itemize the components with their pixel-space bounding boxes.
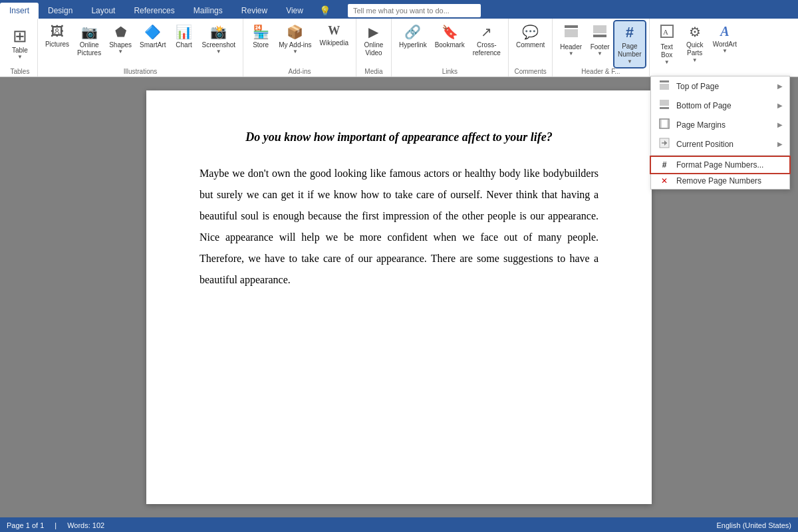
table-dropdown-arrow: ▼: [17, 54, 23, 60]
document-body[interactable]: Maybe we don't own the good looking like…: [200, 163, 598, 291]
smartart-icon: 🔷: [144, 24, 161, 40]
menu-divider: [651, 155, 789, 156]
quick-parts-icon: ⚙: [689, 24, 701, 40]
page-margins-label: Page Margins: [676, 120, 772, 130]
svg-rect-0: [565, 25, 578, 28]
menu-item-top-of-page[interactable]: Top of Page ▶: [651, 76, 789, 96]
page-number-button[interactable]: # PageNumber ▼: [614, 21, 645, 67]
wordart-icon: A: [720, 24, 729, 39]
store-button[interactable]: 🏪 Store: [247, 21, 274, 51]
document-title: Do you know how important of appearance …: [200, 130, 598, 144]
current-position-icon: [658, 138, 671, 150]
online-video-button[interactable]: ▶ OnlineVideo: [360, 21, 387, 60]
comment-icon: 💬: [522, 24, 539, 40]
online-pictures-icon: 📷: [81, 24, 98, 40]
my-addins-button[interactable]: 📦 My Add-ins ▼: [275, 21, 315, 57]
bookmark-icon: 🔖: [442, 24, 458, 40]
cross-reference-icon: ↗: [481, 24, 492, 40]
shapes-dropdown: ▼: [118, 49, 123, 55]
hyperlink-button[interactable]: 🔗 Hyperlink: [396, 21, 430, 51]
svg-rect-3: [593, 35, 606, 37]
table-icon: ⊞: [13, 26, 27, 47]
pictures-button[interactable]: 🖼 Pictures: [42, 21, 72, 51]
ribbon-group-tables: ⊞ Table ▼ Tables: [3, 19, 38, 76]
ribbon: ⊞ Table ▼ Tables 🖼 Pictures 📷 OnlinePict…: [0, 19, 798, 77]
ribbon-group-links: 🔗 Hyperlink 🔖 Bookmark ↗ Cross-reference…: [392, 19, 509, 76]
tab-layout[interactable]: Layout: [82, 3, 124, 19]
my-addins-dropdown: ▼: [293, 49, 298, 55]
document-page: Do you know how important of appearance …: [146, 90, 652, 504]
top-of-page-label: Top of Page: [676, 82, 772, 91]
tab-design[interactable]: Design: [39, 3, 82, 19]
page-number-dropdown-menu: Top of Page ▶ Bottom of Page ▶ Page Marg…: [650, 76, 790, 190]
ribbon-group-media: ▶ OnlineVideo Media: [356, 19, 392, 76]
bookmark-button[interactable]: 🔖 Bookmark: [432, 21, 468, 51]
addins-group-label: Add-ins: [289, 68, 311, 76]
page-number-icon: #: [626, 24, 634, 41]
screenshot-icon: 📸: [210, 24, 227, 40]
svg-rect-2: [593, 25, 606, 33]
svg-rect-7: [660, 84, 669, 90]
menu-item-format-page-numbers[interactable]: # Format Page Numbers...: [651, 157, 789, 173]
chart-button[interactable]: 📊 Chart: [171, 21, 198, 51]
ribbon-tab-bar: Insert Design Layout References Mailings…: [0, 0, 798, 19]
menu-item-bottom-of-page[interactable]: Bottom of Page ▶: [651, 96, 789, 115]
ribbon-group-illustrations: 🖼 Pictures 📷 OnlinePictures ⬟ Shapes ▼ 🔷…: [38, 19, 243, 76]
chart-icon: 📊: [176, 24, 192, 40]
tab-insert[interactable]: Insert: [0, 3, 39, 19]
ribbon-group-header-footer: Header ▼ Footer ▼ # PageNumber ▼ Header …: [553, 19, 649, 76]
wordart-button[interactable]: A WordArt ▼: [710, 21, 741, 57]
svg-rect-6: [660, 80, 669, 82]
menu-item-remove-page-numbers[interactable]: ✕ Remove Page Numbers: [651, 173, 789, 189]
media-group-label: Media: [364, 68, 382, 76]
comment-button[interactable]: 💬 Comment: [513, 21, 548, 51]
hyperlink-icon: 🔗: [404, 24, 421, 40]
ribbon-group-comments: 💬 Comment Comments: [509, 19, 553, 76]
current-position-label: Current Position: [676, 140, 772, 149]
smartart-button[interactable]: 🔷 SmartArt: [136, 21, 169, 51]
language: English (United States): [717, 521, 792, 529]
bottom-of-page-icon: [658, 99, 671, 112]
page-info: Page 1 of 1: [7, 521, 44, 529]
links-group-label: Links: [442, 68, 458, 76]
menu-item-page-margins[interactable]: Page Margins ▶: [651, 115, 789, 134]
comments-group-label: Comments: [514, 68, 546, 76]
tab-mailings[interactable]: Mailings: [184, 3, 232, 19]
tab-review[interactable]: Review: [232, 3, 277, 19]
tab-references[interactable]: References: [124, 3, 184, 19]
header-button[interactable]: Header ▼: [557, 21, 585, 59]
table-button[interactable]: ⊞ Table ▼: [7, 21, 33, 64]
shapes-icon: ⬟: [115, 24, 126, 40]
header-icon: [563, 24, 579, 42]
top-of-page-icon: [658, 80, 671, 92]
ribbon-group-text: A TextBox ▼ ⚙ QuickParts ▼ A WordArt ▼: [650, 19, 745, 76]
top-of-page-arrow: ▶: [777, 82, 783, 90]
shapes-button[interactable]: ⬟ Shapes ▼: [106, 21, 135, 57]
footer-icon: [592, 24, 608, 42]
wikipedia-icon: W: [328, 24, 340, 38]
bottom-of-page-label: Bottom of Page: [676, 101, 772, 110]
ribbon-group-addins: 🏪 Store 📦 My Add-ins ▼ W Wikipedia Add-i…: [243, 19, 356, 76]
svg-rect-9: [660, 107, 669, 109]
screenshot-dropdown: ▼: [216, 49, 221, 55]
search-input[interactable]: [348, 4, 481, 17]
online-video-icon: ▶: [368, 24, 378, 40]
status-bar: Page 1 of 1 | Words: 102 English (United…: [0, 517, 798, 532]
online-pictures-button[interactable]: 📷 OnlinePictures: [74, 21, 104, 60]
screenshot-button[interactable]: 📸 Screenshot ▼: [199, 21, 239, 57]
menu-item-current-position[interactable]: Current Position ▶: [651, 134, 789, 154]
remove-page-numbers-label: Remove Page Numbers: [676, 176, 783, 186]
format-page-numbers-icon: #: [658, 160, 671, 170]
tables-group-label: Tables: [11, 68, 30, 76]
wikipedia-button[interactable]: W Wikipedia: [317, 21, 352, 49]
my-addins-icon: 📦: [287, 24, 303, 40]
table-label: Table: [12, 47, 28, 54]
text-box-button[interactable]: A TextBox ▼: [654, 21, 680, 68]
cross-reference-button[interactable]: ↗ Cross-reference: [469, 21, 504, 60]
bottom-of-page-arrow: ▶: [777, 102, 783, 109]
footer-button[interactable]: Footer ▼: [587, 21, 613, 59]
tab-view[interactable]: View: [277, 3, 313, 19]
illustrations-group-label: Illustrations: [124, 68, 158, 76]
format-page-numbers-label: Format Page Numbers...: [676, 160, 783, 170]
quick-parts-button[interactable]: ⚙ QuickParts ▼: [682, 21, 708, 66]
